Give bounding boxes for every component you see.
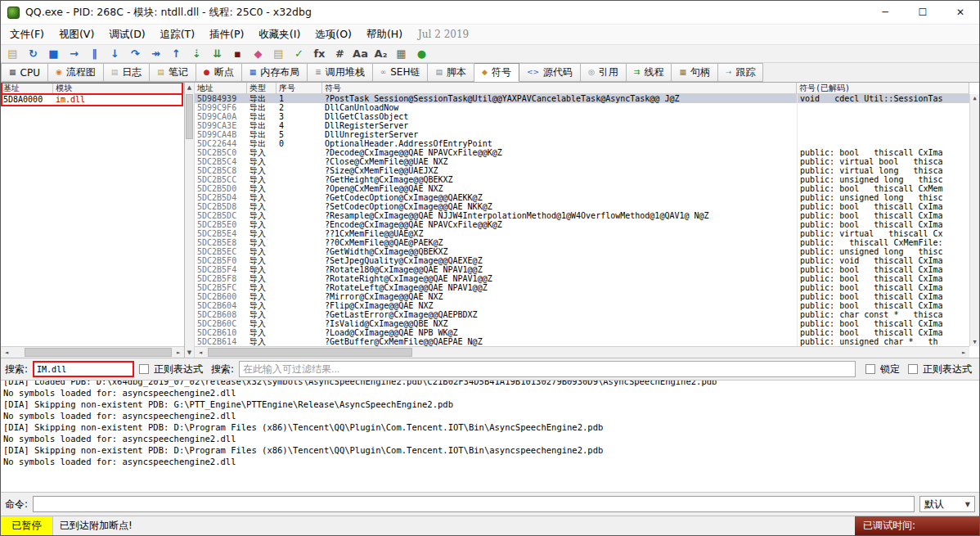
command-input[interactable]	[33, 496, 915, 512]
symbols-scroll-thumb[interactable]	[208, 348, 412, 357]
scroll-left-icon[interactable]: ◄	[195, 347, 206, 358]
column-header-decoded[interactable]: 符号(已解码)	[797, 83, 969, 93]
menu-item-debug[interactable]: 调试(D)	[101, 25, 152, 43]
scroll-right-icon[interactable]: ►	[958, 347, 969, 358]
tab-notes[interactable]: ▤笔记	[150, 63, 196, 82]
symbol-row[interactable]: 5DC2B5FC导入?RotateLeft@CxImage@@QAE_NPAV1…	[195, 283, 969, 292]
fonts-button[interactable]: A₂	[371, 45, 391, 62]
checksum-button[interactable]: #	[330, 45, 350, 62]
module-row[interactable]: 5D8A0000im.dll	[1, 94, 184, 105]
trace-over-button[interactable]: ⇊	[207, 45, 227, 62]
symbol-row[interactable]: 5DC2B5E8导入??0CxMemFile@@QAE@PAEK@Zpublic…	[195, 238, 969, 247]
symbol-row[interactable]: 5DC2B5C8导入?Size@CxMemFile@@UAEJXZpublic:…	[195, 166, 969, 175]
tab-handles[interactable]: ▦句柄	[672, 63, 718, 82]
step-out-button[interactable]: ↑	[166, 45, 187, 62]
menu-item-favourites[interactable]: 收藏夹(I)	[251, 25, 308, 43]
column-header-type[interactable]: 类型	[247, 83, 276, 93]
settings-button[interactable]: ●	[411, 45, 432, 62]
functions-button[interactable]: fx	[309, 45, 330, 62]
open-file-button[interactable]: ▤	[2, 45, 23, 62]
menu-item-plugins[interactable]: 插件(P)	[202, 25, 251, 43]
symbol-row[interactable]: 5D984939导出1?PostTask_Session@SessionTask…	[195, 94, 969, 103]
symbol-row[interactable]: 5DC22644导出0OptionalHeader.AddressOfEntry…	[195, 139, 969, 148]
symbols-vertical-scrollbar[interactable]: ▲ ▼	[969, 94, 979, 346]
patches-button[interactable]: ✓	[289, 45, 309, 62]
symbol-row[interactable]: 5DC2B5C0导入?Decode@CxImage@@QAE_NPAVCxFil…	[195, 148, 969, 157]
step-into-button[interactable]: ↓	[105, 45, 125, 62]
menu-item-file[interactable]: 文件(F)	[2, 25, 52, 43]
minimize-button[interactable]: ─	[866, 1, 904, 24]
module-regex-checkbox[interactable]	[139, 364, 149, 374]
close-button[interactable]: ✕	[942, 1, 979, 24]
symbol-row[interactable]: 5DC2B5CC导入?GetHeight@CxImage@@QBEKXZpubl…	[195, 175, 969, 184]
run-button[interactable]: →	[64, 45, 84, 62]
tab-breakpoints[interactable]: ●断点	[196, 63, 242, 82]
menu-item-help[interactable]: 帮助(H)	[359, 25, 410, 43]
scroll-up-icon[interactable]: ▲	[187, 84, 191, 91]
symbol-row[interactable]: 5DC2B5C4导入?Close@CxMemFile@@UAE_NXZpubli…	[195, 157, 969, 166]
column-header-base[interactable]: 基址	[1, 83, 53, 93]
scroll-left-icon[interactable]: ◄	[1, 347, 12, 358]
filter-search-input[interactable]	[239, 361, 856, 377]
symbol-row[interactable]: 5DC2B5D4导入?GetCodecOption@CxImage@@QAEKK…	[195, 193, 969, 202]
menu-item-trace[interactable]: 追踪(T)	[153, 25, 202, 43]
symbol-row[interactable]: 5DC2B5E4导入??1CxMemFile@@UAE@XZpublic: vi…	[195, 229, 969, 238]
symbol-row[interactable]: 5DC2B5F8导入?RotateRight@CxImage@@QAE_NPAV…	[195, 274, 969, 283]
modules-vscroll-thumb[interactable]	[186, 94, 193, 139]
column-header-module[interactable]: 模块	[53, 83, 184, 93]
tab-cpu[interactable]: ▦CPU	[1, 63, 48, 82]
scroll-down-icon[interactable]: ▼	[187, 349, 191, 356]
memory-layout-button[interactable]: ▦	[391, 45, 411, 62]
modules-scroll-track[interactable]	[12, 347, 173, 358]
symbol-row[interactable]: 5DC2B5F0导入?SetJpegQuality@CxImage@@QAEXE…	[195, 256, 969, 265]
scroll-up-icon[interactable]: ▲	[973, 95, 976, 101]
symbol-row[interactable]: 5D99CA0A导出3DllGetClassObject	[195, 112, 969, 121]
tab-memory-map[interactable]: ▦内存布局	[242, 63, 308, 82]
symbol-row[interactable]: 5DC2B5D0导入?Open@CxMemFile@@QAE_NXZpublic…	[195, 184, 969, 193]
scroll-right-icon[interactable]: ►	[173, 347, 184, 358]
symbol-row[interactable]: 5DC2B5D8导入?SetCodecOption@CxImage@@QAE_N…	[195, 202, 969, 211]
symbol-row[interactable]: 5DC2B608导入?GetLastError@CxImage@@QAEPBDX…	[195, 310, 969, 319]
run-until-return-button[interactable]: ↠	[146, 45, 166, 62]
command-profile-dropdown[interactable]: 默认 ▼	[919, 496, 975, 512]
breakpoints-button[interactable]: ▪	[227, 45, 248, 62]
symbol-row[interactable]: 5DC2B5DC导入?Resample@CxImage@@QAE_NJJW4In…	[195, 211, 969, 220]
maximize-button[interactable]: ☐	[904, 1, 942, 24]
symbol-row[interactable]: 5DC2B614导入?GetBuffer@CxMemFile@@QAEPAE_N…	[195, 337, 969, 346]
tab-seh[interactable]: ∞SEH链	[373, 63, 429, 82]
notes-button[interactable]: ▤	[268, 45, 289, 62]
column-header-ordinal[interactable]: 序号	[276, 83, 322, 93]
symbol-row[interactable]: 5DC2B610导入?Load@CxImage@@QAE_NPB_WK@Zpub…	[195, 328, 969, 337]
symbols-horizontal-scrollbar[interactable]: ◄ ►	[195, 346, 969, 358]
memory-map-button[interactable]: ◆	[248, 45, 268, 62]
modules-horizontal-scrollbar[interactable]: ◄ ►	[1, 346, 184, 358]
symbol-row[interactable]: 5DC2B5F4导入?Rotate180@CxImage@@QAE_NPAV1@…	[195, 265, 969, 274]
symbol-row[interactable]: 5DC2B604导入?Flip@CxImage@@QAE_NXZpublic: …	[195, 301, 969, 310]
tab-log[interactable]: ▤日志	[104, 63, 151, 82]
pause-button[interactable]: ‖	[84, 45, 105, 62]
symbol-row[interactable]: 5D99CA4B导出5DllUnregisterServer	[195, 130, 969, 139]
module-search-input[interactable]	[33, 361, 134, 377]
lock-checkbox[interactable]	[865, 364, 875, 374]
filter-regex-checkbox[interactable]	[908, 364, 918, 374]
symbol-row[interactable]: 5DC2B5EC导入?GetWidth@CxImage@@QBEKXZpubli…	[195, 247, 969, 256]
menu-item-view[interactable]: 视图(V)	[52, 25, 101, 43]
restart-button[interactable]: ↻	[23, 45, 43, 62]
step-over-button[interactable]: ↷	[125, 45, 146, 62]
tab-symbols[interactable]: ◆符号	[474, 63, 519, 82]
tab-call-stack[interactable]: ≣调用堆栈	[308, 63, 373, 82]
modules-scroll-thumb[interactable]	[25, 348, 172, 357]
scroll-down-icon[interactable]: ▼	[973, 339, 976, 345]
symbols-scroll-track[interactable]	[206, 347, 958, 358]
menu-item-options[interactable]: 选项(O)	[308, 25, 359, 43]
appearance-button[interactable]: Aa	[350, 45, 371, 62]
tab-references[interactable]: ◎引用	[581, 63, 627, 82]
symbol-row[interactable]: 5D99CA3E导出4DllRegisterServer	[195, 121, 969, 130]
tab-source[interactable]: <>源代码	[519, 63, 581, 82]
symbol-row[interactable]: 5DC2B5E0导入?Encode@CxImage@@QAE_NPAVCxFil…	[195, 220, 969, 229]
column-header-symbol[interactable]: 符号	[322, 83, 797, 93]
symbol-row[interactable]: 5DC2B600导入?Mirror@CxImage@@QAE_NXZpublic…	[195, 292, 969, 301]
tab-graph[interactable]: ◉流程图	[48, 63, 104, 82]
stop-button[interactable]: ■	[43, 45, 64, 62]
symbol-row[interactable]: 5DC2B60C导入?IsValid@CxImage@@QBE_NXZpubli…	[195, 319, 969, 328]
